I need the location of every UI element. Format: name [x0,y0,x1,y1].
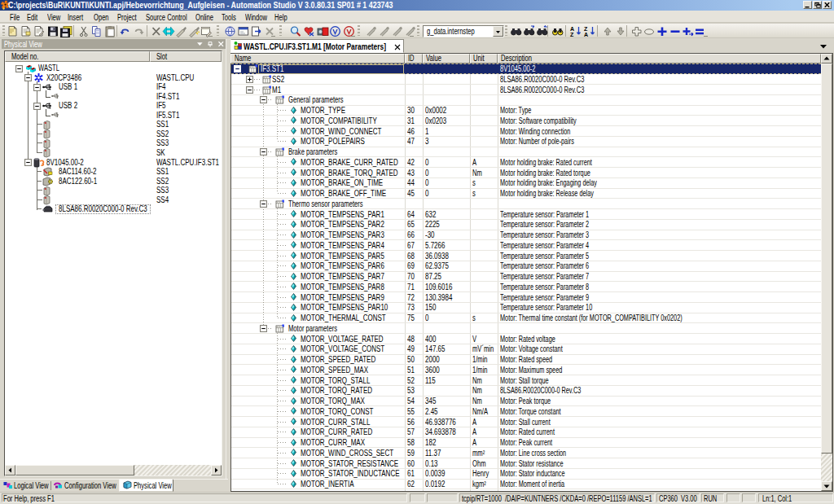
svg-text:A: A [570,26,574,32]
svg-text:Z: Z [584,26,588,32]
svg-text:Z: Z [570,32,574,37]
svg-text:A: A [584,32,588,37]
